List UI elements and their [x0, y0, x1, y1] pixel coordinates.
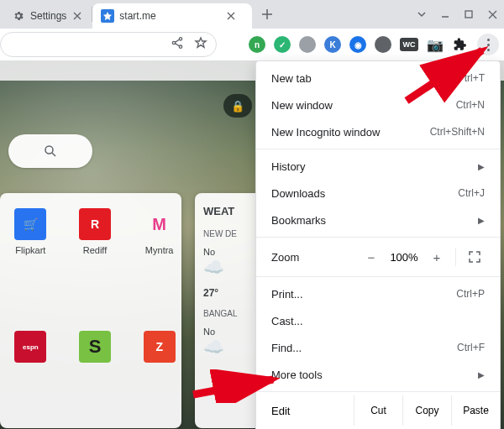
extension-icon[interactable]: ✓ — [274, 36, 291, 53]
gear-icon — [12, 9, 25, 23]
quicklink-label: Myntra — [145, 245, 174, 255]
zoom-out-button[interactable]: − — [358, 245, 385, 269]
separator — [455, 248, 456, 266]
extension-icon[interactable]: n — [249, 36, 265, 53]
menu-new-window[interactable]: New windowCtrl+N — [256, 92, 500, 118]
menu-label: Edit — [271, 405, 354, 417]
chrome-menu-button[interactable] — [477, 34, 499, 55]
close-icon[interactable] — [225, 10, 237, 22]
camera-icon[interactable]: 📷 — [427, 36, 444, 53]
weather-abbr: No — [203, 327, 262, 337]
menu-label: History — [271, 160, 305, 173]
minimize-button[interactable] — [433, 3, 457, 26]
rediff-icon: R — [79, 208, 111, 240]
titlebar: Settings start.me — [0, 0, 504, 29]
svg-rect-0 — [465, 11, 472, 18]
menu-label: New window — [271, 99, 333, 112]
chevron-right-icon: ▶ — [478, 162, 485, 171]
menu-label: More tools — [271, 369, 323, 381]
menu-edit-row: Edit Cut Copy Paste — [256, 395, 500, 426]
quicklink-myntra[interactable]: M Myntra — [137, 208, 181, 255]
share-icon[interactable] — [171, 36, 184, 53]
new-tab-button[interactable] — [255, 3, 279, 26]
tab-startme[interactable]: start.me — [92, 3, 252, 29]
menu-history[interactable]: History▶ — [256, 153, 500, 180]
edit-cut-button[interactable]: Cut — [354, 395, 402, 426]
zoom-value: 100% — [385, 251, 423, 264]
menu-find[interactable]: Find...Ctrl+F — [256, 334, 500, 361]
close-window-button[interactable] — [480, 3, 504, 26]
menu-label: New tab — [271, 72, 312, 85]
omnibox[interactable] — [0, 32, 217, 57]
window-controls — [410, 0, 504, 29]
menu-label: New Incognito window — [271, 126, 380, 139]
menu-incognito[interactable]: New Incognito windowCtrl+Shift+N — [256, 118, 500, 145]
extension-icon[interactable] — [375, 36, 391, 53]
shortcut: Ctrl+Shift+N — [430, 126, 485, 138]
myntra-icon: M — [144, 208, 176, 240]
shortcut: Ctrl+P — [456, 288, 485, 300]
star-icon[interactable] — [194, 36, 207, 53]
quicklink[interactable]: S — [73, 331, 118, 363]
extension-icon[interactable]: ◉ — [349, 36, 366, 53]
shortcut: trl+T — [465, 72, 485, 84]
menu-label: Cast... — [271, 315, 303, 327]
extension-icon[interactable]: K — [324, 36, 341, 53]
menu-label: Zoom — [271, 251, 358, 264]
svg-point-4 — [45, 146, 53, 154]
cloud-icon: ☁️ — [203, 337, 262, 357]
separator — [256, 391, 500, 392]
menu-downloads[interactable]: DownloadsCtrl+J — [256, 180, 500, 207]
tab-title: start.me — [119, 10, 220, 22]
chevron-right-icon: ▶ — [478, 216, 485, 225]
menu-label: Find... — [271, 342, 302, 354]
shortcut: Ctrl+F — [457, 342, 485, 353]
quicklinks-card: 🛒 Flipkart R Rediff M Myntra espn S Z — [0, 193, 181, 428]
tab-title: Settings — [30, 10, 66, 22]
menu-label: Print... — [271, 288, 303, 301]
dropdown-icon[interactable] — [410, 3, 433, 26]
menu-new-tab[interactable]: New tabtrl+T — [256, 65, 500, 92]
s-icon: S — [79, 331, 111, 363]
quicklink-label: Rediff — [83, 245, 108, 255]
menu-more-tools[interactable]: More tools▶ — [256, 361, 500, 388]
shortcut: Ctrl+J — [458, 187, 485, 199]
quicklink-espn[interactable]: espn — [8, 331, 53, 363]
search-icon — [43, 144, 58, 159]
maximize-button[interactable] — [457, 3, 480, 26]
weather-abbr: No — [203, 247, 262, 257]
lock-icon[interactable]: 🔒 — [223, 94, 252, 118]
weather-city: BANGAL — [203, 309, 262, 318]
flipkart-icon: 🛒 — [14, 208, 46, 240]
quicklink-rediff[interactable]: R Rediff — [73, 208, 118, 255]
edit-copy-button[interactable]: Copy — [402, 395, 451, 426]
extension-icons: n ✓ K ◉ WC 📷 — [249, 34, 499, 55]
quicklink[interactable]: Z — [137, 331, 181, 363]
extension-icon[interactable]: WC — [400, 38, 418, 51]
chevron-right-icon: ▶ — [478, 370, 485, 379]
weather-city: NEW DE — [203, 229, 262, 238]
menu-label: Downloads — [271, 187, 325, 200]
menu-cast[interactable]: Cast... — [256, 307, 500, 334]
tab-settings[interactable]: Settings — [3, 3, 92, 29]
shortcut: Ctrl+N — [456, 99, 485, 111]
separator — [256, 237, 500, 238]
toolbar: n ✓ K ◉ WC 📷 — [0, 29, 504, 60]
close-icon[interactable] — [71, 10, 83, 22]
zoom-in-button[interactable]: + — [423, 245, 450, 269]
startme-icon — [101, 9, 114, 23]
extension-icon[interactable] — [299, 36, 316, 53]
quicklink-label: Flipkart — [15, 245, 45, 255]
menu-bookmarks[interactable]: Bookmarks▶ — [256, 207, 500, 233]
weather-temp: 27° — [203, 287, 262, 299]
extensions-icon[interactable] — [452, 36, 469, 53]
menu-print[interactable]: Print...Ctrl+P — [256, 280, 500, 307]
search-input[interactable] — [8, 134, 92, 168]
z-icon: Z — [144, 331, 176, 363]
fullscreen-button[interactable] — [461, 245, 488, 269]
espn-icon: espn — [14, 331, 46, 363]
separator — [256, 276, 500, 277]
quicklink-flipkart[interactable]: 🛒 Flipkart — [8, 208, 53, 255]
separator — [256, 149, 500, 149]
edit-paste-button[interactable]: Paste — [451, 395, 500, 426]
